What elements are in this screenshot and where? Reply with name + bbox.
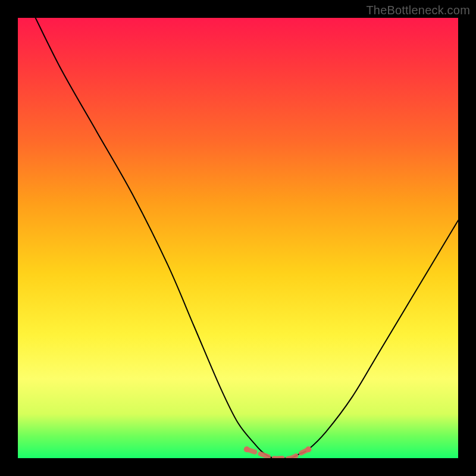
bottleneck-curve-path	[36, 18, 458, 458]
plot-area	[18, 18, 458, 458]
optimal-marker-group	[244, 446, 312, 458]
optimal-marker-end-dot	[305, 446, 311, 452]
optimal-marker-stroke	[247, 449, 309, 458]
watermark-label: TheBottleneck.com	[366, 4, 470, 17]
optimal-marker-start-dot	[244, 446, 250, 452]
chart-svg	[18, 18, 458, 458]
chart-frame: TheBottleneck.com	[0, 0, 476, 476]
